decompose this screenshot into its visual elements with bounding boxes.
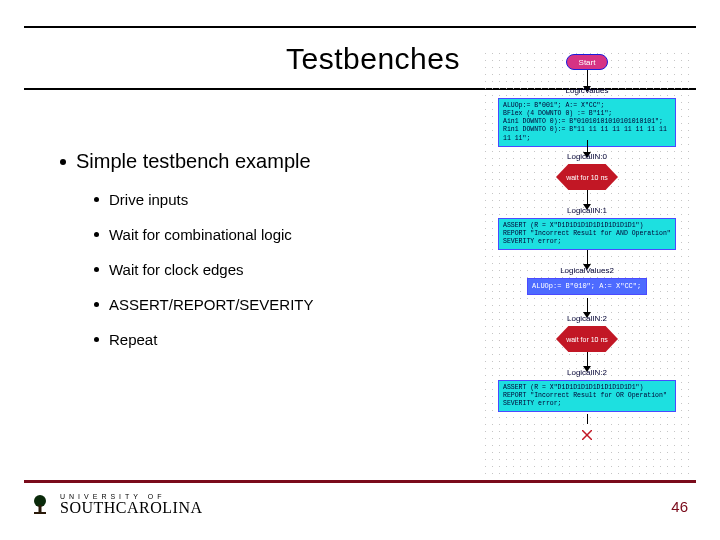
svg-rect-4 — [34, 512, 46, 514]
wait-node: wait for 10 ns — [556, 164, 618, 190]
university-logo-icon — [28, 492, 52, 516]
flowchart: Start LogicValues ALUOp:= B"001"; A:= X"… — [482, 50, 692, 475]
sub-bullet-text: ASSERT/REPORT/SEVERITY — [109, 296, 314, 313]
content-area: Simple testbench example Drive inputs Wa… — [60, 150, 450, 366]
wait-text: wait for 10 ns — [566, 336, 608, 343]
sub-bullets: Drive inputs Wait for combinational logi… — [94, 191, 450, 348]
flow-box-assert: ASSERT (R = X"D1D1D1D1D1D1D1D1D1D1") REP… — [482, 218, 692, 250]
flow-box-aluop: ALUOp:= B"010"; A:= X"CC"; — [482, 278, 692, 295]
flow-label: LogicalIN:2 — [482, 314, 692, 323]
flow-wait: wait for 10 ns — [482, 326, 692, 352]
sub-bullet-text: Drive inputs — [109, 191, 188, 208]
label-text: LogicalIN:2 — [482, 314, 692, 323]
rule-bottom — [24, 480, 696, 483]
flow-label: LogicalIN:0 — [482, 152, 692, 161]
flow-wait: wait for 10 ns — [482, 164, 692, 190]
footer: UNIVERSITY OF SOUTHCAROLINA — [28, 492, 203, 516]
bullet-dot-icon — [94, 337, 99, 342]
bullet-dot-icon — [94, 302, 99, 307]
bullet-dot-icon — [60, 159, 66, 165]
flow-label: LogicalIN:2 — [482, 368, 692, 377]
label-text: LogicValues — [482, 86, 692, 95]
wait-node: wait for 10 ns — [556, 326, 618, 352]
label-text: LogicalIN:2 — [482, 368, 692, 377]
code-box: ALUOp:= B"010"; A:= X"CC"; — [527, 278, 647, 295]
label-text: LogicalValues2 — [482, 266, 692, 275]
bullet-dot-icon — [94, 232, 99, 237]
wait-text: wait for 10 ns — [566, 174, 608, 181]
svg-rect-3 — [39, 505, 42, 512]
end-marker-icon — [582, 426, 592, 436]
start-label: Start — [579, 58, 596, 67]
slide-title: Testbenches — [0, 42, 460, 76]
flow-label: LogicalIN:1 — [482, 206, 692, 215]
rule-top — [24, 26, 696, 28]
label-text: LogicalIN:0 — [482, 152, 692, 161]
code-box: ASSERT (R = X"D1D1D1D1D1D1D1D1D1D1") REP… — [498, 218, 676, 250]
code-text: ASSERT (R = X"D1D1D1D1D1D1D1D1D1D1") REP… — [503, 384, 667, 407]
sub-bullet: ASSERT/REPORT/SEVERITY — [94, 296, 450, 313]
flow-label: LogicValues — [482, 86, 692, 95]
code-box: ASSERT (R = X"D1D1D1D1D1D1D1D1D1D1") REP… — [498, 380, 676, 412]
page-number: 46 — [671, 498, 688, 515]
code-text: ALUOp:= B"001"; A:= X"CC"; BFlex (4 DOWN… — [503, 102, 667, 142]
bullet-main: Simple testbench example — [60, 150, 450, 173]
slide: Testbenches Simple testbench example Dri… — [0, 0, 720, 540]
sub-bullet: Drive inputs — [94, 191, 450, 208]
flow-end — [482, 426, 692, 436]
sub-bullet-text: Repeat — [109, 331, 157, 348]
code-text: ASSERT (R = X"D1D1D1D1D1D1D1D1D1D1") REP… — [503, 222, 671, 245]
flow-box-assert: ASSERT (R = X"D1D1D1D1D1D1D1D1D1D1") REP… — [482, 380, 692, 412]
university-wordmark: UNIVERSITY OF SOUTHCAROLINA — [60, 493, 203, 516]
flow-label: LogicalValues2 — [482, 266, 692, 275]
sub-bullet-text: Wait for clock edges — [109, 261, 244, 278]
sub-bullet-text: Wait for combinational logic — [109, 226, 292, 243]
bullet-main-text: Simple testbench example — [76, 150, 311, 173]
start-node: Start — [566, 54, 608, 70]
bullet-dot-icon — [94, 267, 99, 272]
university-big: SOUTHCAROLINA — [60, 500, 203, 516]
sub-bullet: Wait for combinational logic — [94, 226, 450, 243]
label-text: LogicalIN:1 — [482, 206, 692, 215]
code-text: ALUOp:= B"010"; A:= X"CC"; — [532, 282, 641, 290]
sub-bullet: Wait for clock edges — [94, 261, 450, 278]
connector — [482, 414, 692, 424]
bullet-dot-icon — [94, 197, 99, 202]
sub-bullet: Repeat — [94, 331, 450, 348]
flow-start: Start — [482, 54, 692, 70]
